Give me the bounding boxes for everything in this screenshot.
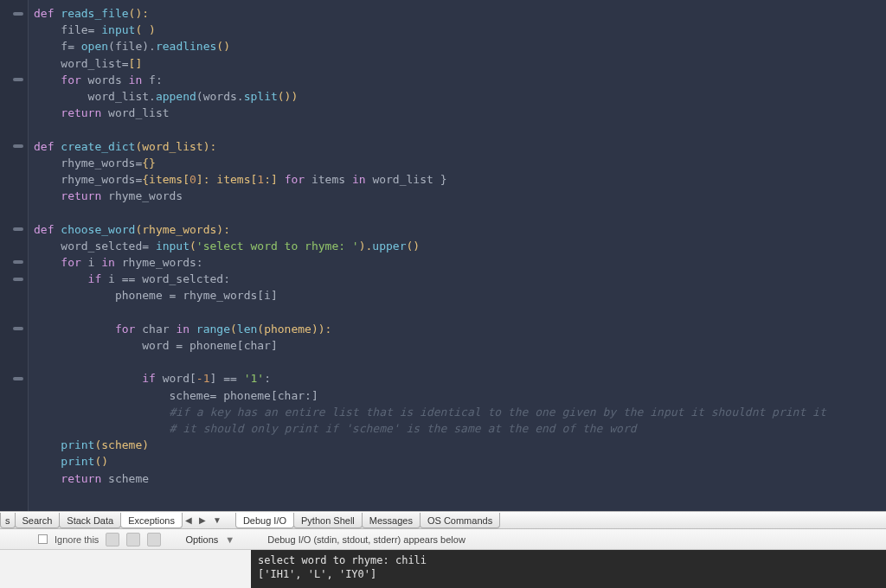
tab-python-shell[interactable]: Python Shell <box>293 513 363 528</box>
console-line-1: select word to rhyme: chili <box>258 554 427 566</box>
options-icon-1[interactable] <box>106 533 119 546</box>
ignore-checkbox[interactable] <box>38 534 48 544</box>
svg-rect-0 <box>13 12 23 16</box>
svg-rect-4 <box>13 260 23 264</box>
tab-os-commands[interactable]: OS Commands <box>420 513 500 528</box>
bottom-panel: s Search Stack Data Exceptions ◀ ▶ ▼ Deb… <box>0 511 886 588</box>
console-line-2: ['IH1', 'L', 'IY0'] <box>258 568 376 580</box>
svg-rect-5 <box>13 278 23 281</box>
svg-rect-1 <box>13 78 23 81</box>
fold-marker-icon[interactable] <box>12 276 24 283</box>
fold-marker-icon[interactable] <box>12 375 24 382</box>
svg-rect-7 <box>13 377 23 380</box>
code-content[interactable]: def reads_file(): file= input( ) f= open… <box>29 0 886 511</box>
tab-stack-data[interactable]: Stack Data <box>59 513 121 528</box>
tab-debug-io[interactable]: Debug I/O <box>235 513 294 528</box>
code-editor[interactable]: def reads_file(): file= input( ) f= open… <box>0 0 886 511</box>
fold-marker-icon[interactable] <box>12 226 24 233</box>
nav-down-icon[interactable]: ▼ <box>209 514 225 526</box>
options-label[interactable]: Options <box>185 534 218 545</box>
tab-s-partial[interactable]: s <box>0 513 16 528</box>
nav-prev-icon[interactable]: ◀ <box>182 514 196 526</box>
tab-messages[interactable]: Messages <box>362 513 421 528</box>
panel-tabs: s Search Stack Data Exceptions ◀ ▶ ▼ Deb… <box>0 512 886 529</box>
svg-rect-2 <box>13 144 23 148</box>
options-bar: Ignore this Options ▼ Debug I/O (stdin, … <box>0 529 886 550</box>
tab-exceptions[interactable]: Exceptions <box>120 513 183 528</box>
options-dropdown-icon[interactable]: ▼ <box>225 534 234 545</box>
ignore-label: Ignore this <box>55 534 99 545</box>
tab-search[interactable]: Search <box>15 513 61 528</box>
options-icon-2[interactable] <box>126 533 140 546</box>
fold-marker-icon[interactable] <box>12 10 24 17</box>
fold-marker-icon[interactable] <box>12 259 24 265</box>
fold-marker-icon[interactable] <box>12 143 24 150</box>
editor-gutter <box>0 0 29 511</box>
debug-io-label: Debug I/O (stdin, stdout, stderr) appear… <box>267 534 465 545</box>
debug-console[interactable]: select word to rhyme: chili ['IH1', 'L',… <box>251 550 886 588</box>
fold-marker-icon[interactable] <box>12 325 24 332</box>
options-icon-3[interactable] <box>147 533 161 546</box>
fold-marker-icon[interactable] <box>12 76 24 83</box>
nav-next-icon[interactable]: ▶ <box>196 514 209 526</box>
svg-rect-3 <box>13 227 23 231</box>
svg-rect-6 <box>13 327 23 330</box>
